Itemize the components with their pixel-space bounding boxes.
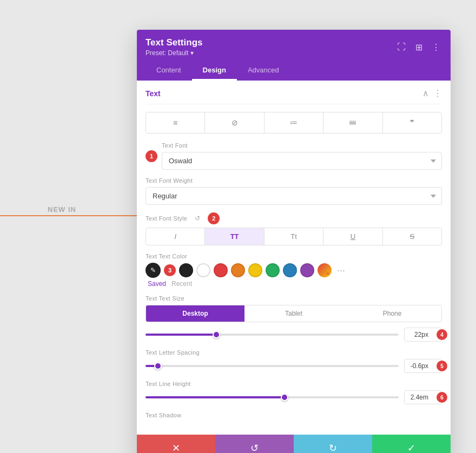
- orange-line: [0, 215, 141, 216]
- recent-tab[interactable]: Recent: [171, 280, 192, 288]
- color-white[interactable]: [196, 263, 210, 277]
- style-field-row: Text Font Style ↺ 2: [146, 212, 220, 224]
- panel-header: Text Settings Preset: Default ▾ ⛶ ⊞ ⋮ Co…: [137, 30, 451, 81]
- redo-icon: ↻: [329, 442, 337, 453]
- panel-tabs: Content Design Advanced: [146, 61, 442, 81]
- panel-header-top: Text Settings Preset: Default ▾ ⛶ ⊞ ⋮: [146, 37, 442, 57]
- panel-body: Text ∧ ⋮ ≡ ⊘ ≔ ⩸ ❞ 1 Text Font: [137, 81, 451, 435]
- weight-field-group: Text Font Weight Regular: [146, 177, 442, 205]
- font-badge: 1: [146, 150, 157, 162]
- underline-btn[interactable]: U: [323, 228, 382, 245]
- color-more-btn[interactable]: ···: [335, 265, 347, 276]
- align-list-btn[interactable]: ≔: [265, 112, 323, 133]
- letter-spacing-label: Text Letter Spacing: [146, 349, 442, 356]
- letter-spacing-slider-row: 5: [146, 359, 442, 373]
- size-value-wrap: 4: [404, 328, 442, 342]
- panel-title-area: Text Settings Preset: Default ▾: [146, 37, 202, 57]
- columns-icon[interactable]: ⊞: [413, 41, 425, 53]
- color-purple[interactable]: [300, 263, 314, 277]
- line-height-slider-row: 6: [146, 390, 442, 404]
- more-options-icon[interactable]: ⋮: [430, 41, 442, 53]
- save-icon: ✓: [407, 442, 415, 453]
- reset-button[interactable]: ↺: [215, 435, 294, 453]
- align-quote-btn[interactable]: ❞: [383, 112, 441, 133]
- line-height-thumb[interactable]: [281, 394, 288, 401]
- size-slider-thumb[interactable]: [213, 331, 220, 338]
- align-left-btn[interactable]: ≡: [146, 112, 205, 133]
- shadow-field-group: Text Shadow: [146, 412, 442, 418]
- size-slider-track[interactable]: [146, 334, 399, 336]
- letter-spacing-thumb[interactable]: [154, 362, 162, 370]
- line-height-track[interactable]: [146, 396, 399, 398]
- section-more-icon[interactable]: ⋮: [433, 88, 442, 98]
- letter-spacing-badge: 5: [437, 361, 447, 371]
- text-settings-panel: Text Settings Preset: Default ▾ ⛶ ⊞ ⋮ Co…: [137, 30, 451, 453]
- color-yellow[interactable]: [248, 263, 262, 277]
- bold-btn[interactable]: TT: [205, 228, 264, 245]
- section-header: Text ∧ ⋮: [146, 81, 442, 104]
- align-center-btn[interactable]: ⊘: [205, 112, 264, 133]
- style-field-label-row: Text Font Style ↺ 2: [146, 212, 442, 224]
- style-field-group: Text Font Style ↺ 2 I TT Tt U S: [146, 212, 442, 245]
- letter-spacing-track[interactable]: [146, 365, 399, 367]
- fullscreen-icon[interactable]: ⛶: [395, 41, 407, 53]
- strikethrough-btn[interactable]: S: [383, 228, 441, 245]
- line-height-badge: 6: [437, 392, 447, 403]
- save-button[interactable]: ✓: [372, 435, 451, 453]
- letter-spacing-value-wrap: 5: [404, 359, 442, 373]
- device-tab-phone[interactable]: Phone: [343, 305, 441, 322]
- new-in-label: NEW IN: [48, 205, 76, 214]
- style-field-label: Text Font Style: [146, 215, 187, 222]
- color-row: ✎ 3 ✏ ···: [146, 263, 442, 278]
- cancel-button[interactable]: ✕: [137, 435, 215, 453]
- color-pencil-btn[interactable]: ✎: [146, 263, 161, 278]
- color-orange[interactable]: [231, 263, 245, 277]
- shadow-label: Text Shadow: [146, 412, 442, 418]
- size-field-label: Text Text Size: [146, 295, 442, 302]
- style-reset-icon[interactable]: ↺: [195, 215, 200, 222]
- reset-icon: ↺: [250, 442, 259, 453]
- font-field-label: Text Font: [162, 142, 442, 149]
- panel-title: Text Settings: [146, 37, 202, 48]
- color-blue[interactable]: [283, 263, 297, 277]
- cancel-icon: ✕: [172, 442, 180, 453]
- title-btn[interactable]: Tt: [265, 228, 323, 245]
- letter-spacing-field-group: Text Letter Spacing 5: [146, 349, 442, 373]
- section-header-icons: ∧ ⋮: [422, 88, 442, 98]
- size-badge: 4: [437, 329, 447, 340]
- italic-btn[interactable]: I: [146, 228, 205, 245]
- tab-advanced[interactable]: Advanced: [237, 61, 290, 81]
- weight-select[interactable]: Regular: [146, 187, 442, 205]
- saved-recent-row: Saved Recent: [146, 280, 442, 288]
- color-black[interactable]: [179, 263, 193, 277]
- device-tab-tablet[interactable]: Tablet: [244, 305, 343, 322]
- tab-content[interactable]: Content: [146, 61, 192, 81]
- color-gradient[interactable]: ✏: [318, 263, 332, 277]
- pencil-icon: ✎: [150, 267, 156, 274]
- size-field-group: Text Text Size Desktop Tablet Phone: [146, 295, 442, 342]
- line-height-field-group: Text Line Height 6: [146, 381, 442, 404]
- font-field-row: 1 Text Font Oswald: [146, 142, 442, 170]
- size-slider-fill: [146, 334, 216, 336]
- align-right-list-btn[interactable]: ⩸: [323, 112, 382, 133]
- device-tabs: Desktop Tablet Phone: [146, 305, 442, 322]
- color-badge: 3: [164, 264, 176, 276]
- line-height-value-wrap: 6: [404, 390, 442, 404]
- color-red[interactable]: [214, 263, 228, 277]
- panel-preset[interactable]: Preset: Default ▾: [146, 49, 202, 57]
- color-field-label: Text Text Color: [146, 253, 442, 259]
- section-collapse-icon[interactable]: ∧: [422, 88, 429, 98]
- font-select[interactable]: Oswald: [162, 152, 442, 170]
- text-section: Text ∧ ⋮ ≡ ⊘ ≔ ⩸ ❞ 1 Text Font: [137, 81, 451, 435]
- redo-button[interactable]: ↻: [294, 435, 372, 453]
- color-green[interactable]: [266, 263, 280, 277]
- panel-footer: ✕ ↺ ↻ ✓: [137, 435, 451, 453]
- device-tab-desktop[interactable]: Desktop: [146, 305, 244, 322]
- size-slider-row: 4: [146, 328, 442, 342]
- saved-tab[interactable]: Saved: [148, 280, 166, 288]
- section-title: Text: [146, 89, 161, 98]
- tab-design[interactable]: Design: [192, 61, 237, 81]
- weight-field-label: Text Font Weight: [146, 177, 442, 184]
- color-field-group: Text Text Color ✎ 3 ✏: [146, 253, 442, 288]
- alignment-toolbar: ≡ ⊘ ≔ ⩸ ❞: [146, 112, 442, 134]
